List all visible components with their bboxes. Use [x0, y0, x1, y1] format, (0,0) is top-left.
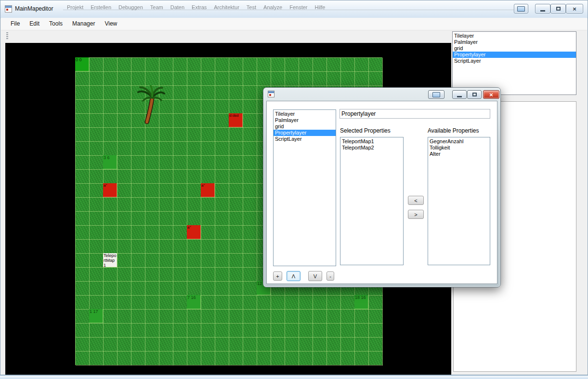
map-tile[interactable]	[118, 100, 131, 114]
map-tile[interactable]	[187, 324, 201, 338]
map-tile[interactable]	[173, 226, 187, 240]
dialog-titlebar[interactable]: ×	[263, 88, 500, 101]
dialog-layer-item[interactable]: Tilelayer	[274, 111, 336, 117]
map-tile[interactable]	[118, 226, 131, 240]
map-tile[interactable]	[285, 324, 299, 338]
map-tile[interactable]	[243, 338, 257, 352]
map-tile[interactable]	[173, 338, 187, 352]
menu-manager[interactable]: Manager	[67, 18, 100, 30]
map-tile[interactable]	[131, 184, 145, 198]
map-tile[interactable]	[369, 72, 383, 86]
map-tile[interactable]	[201, 240, 215, 254]
map-tile[interactable]	[145, 324, 159, 338]
dialog-layer-item[interactable]: Propertylayer	[274, 130, 336, 136]
map-tile[interactable]	[104, 352, 118, 365]
map-tile[interactable]	[145, 352, 159, 365]
map-tile[interactable]	[159, 240, 173, 254]
map-tile[interactable]	[173, 156, 187, 170]
map-tile[interactable]	[201, 282, 215, 296]
map-tile[interactable]	[229, 114, 243, 128]
dialog-layer-item[interactable]: Palmlayer	[274, 117, 336, 123]
map-tile[interactable]	[173, 72, 187, 86]
map-tile[interactable]	[145, 310, 159, 324]
map-tile[interactable]	[355, 58, 369, 72]
map-tile[interactable]	[243, 352, 257, 365]
map-tile[interactable]	[243, 226, 257, 240]
map-tile[interactable]	[201, 100, 215, 114]
map-tile[interactable]	[215, 58, 229, 72]
map-tile[interactable]	[187, 352, 201, 365]
map-tile[interactable]	[215, 212, 229, 226]
map-tile[interactable]	[187, 58, 201, 72]
map-tile[interactable]	[104, 268, 118, 282]
map-tile[interactable]	[76, 226, 90, 240]
map-tile[interactable]	[145, 254, 159, 268]
map-tile[interactable]	[243, 170, 257, 184]
map-tile[interactable]	[327, 352, 341, 365]
map-tile[interactable]	[341, 310, 355, 324]
map-tile[interactable]	[90, 198, 104, 212]
map-tile[interactable]	[76, 268, 90, 282]
map-tile[interactable]	[118, 86, 131, 100]
map-tile[interactable]	[145, 296, 159, 310]
map-tile[interactable]	[76, 58, 90, 72]
map-tile[interactable]	[159, 310, 173, 324]
map-tile[interactable]	[118, 268, 131, 282]
map-tile[interactable]	[187, 100, 201, 114]
map-tile[interactable]	[187, 240, 201, 254]
map-tile[interactable]	[187, 114, 201, 128]
map-tile[interactable]	[131, 128, 145, 142]
map-tile[interactable]	[76, 310, 90, 324]
map-tile[interactable]	[145, 184, 159, 198]
map-tile[interactable]	[76, 282, 90, 296]
map-tile[interactable]	[285, 58, 299, 72]
map-tile[interactable]	[215, 100, 229, 114]
map-tile[interactable]	[159, 142, 173, 156]
map-tile[interactable]	[131, 142, 145, 156]
taskbar-edge[interactable]	[0, 375, 588, 379]
map-tile[interactable]	[159, 86, 173, 100]
map-tile[interactable]	[104, 72, 118, 86]
move-up-button[interactable]: Λ	[287, 271, 301, 281]
map-tile[interactable]	[159, 282, 173, 296]
map-tile[interactable]	[159, 338, 173, 352]
map-tile[interactable]	[201, 296, 215, 310]
map-tile[interactable]	[76, 170, 90, 184]
map-tile[interactable]	[145, 142, 159, 156]
map-tile[interactable]	[159, 226, 173, 240]
map-tile[interactable]	[159, 114, 173, 128]
map-tile[interactable]	[215, 226, 229, 240]
map-tile[interactable]	[104, 240, 118, 254]
map-tile[interactable]	[118, 212, 131, 226]
map-tile[interactable]	[327, 338, 341, 352]
map-tile[interactable]	[104, 58, 118, 72]
map-tile[interactable]	[229, 58, 243, 72]
map-tile[interactable]	[271, 296, 285, 310]
map-tile[interactable]	[243, 198, 257, 212]
map-tile[interactable]	[76, 338, 90, 352]
map-tile[interactable]	[76, 254, 90, 268]
map-tile[interactable]	[131, 254, 145, 268]
map-tile[interactable]	[271, 58, 285, 72]
dialog-minimize-button[interactable]	[452, 90, 467, 99]
selected-property-item[interactable]: TeleportMap1	[340, 138, 403, 145]
map-tile[interactable]	[104, 170, 118, 184]
map-tile[interactable]	[118, 198, 131, 212]
map-tile[interactable]	[313, 296, 327, 310]
map-tile[interactable]	[90, 86, 104, 100]
map-tile[interactable]	[131, 100, 145, 114]
map-tile[interactable]	[243, 100, 257, 114]
map-tile[interactable]	[145, 72, 159, 86]
map-tile[interactable]	[131, 296, 145, 310]
map-tile[interactable]	[104, 114, 118, 128]
map-tile[interactable]	[76, 324, 90, 338]
map-tile[interactable]	[243, 240, 257, 254]
map-tile[interactable]	[201, 212, 215, 226]
map-tile[interactable]	[299, 296, 313, 310]
map-tile[interactable]	[118, 338, 131, 352]
map-tile[interactable]	[173, 198, 187, 212]
map-tile[interactable]	[229, 296, 243, 310]
layer-name-input[interactable]	[340, 109, 490, 119]
map-tile[interactable]	[229, 156, 243, 170]
map-tile[interactable]	[355, 338, 369, 352]
